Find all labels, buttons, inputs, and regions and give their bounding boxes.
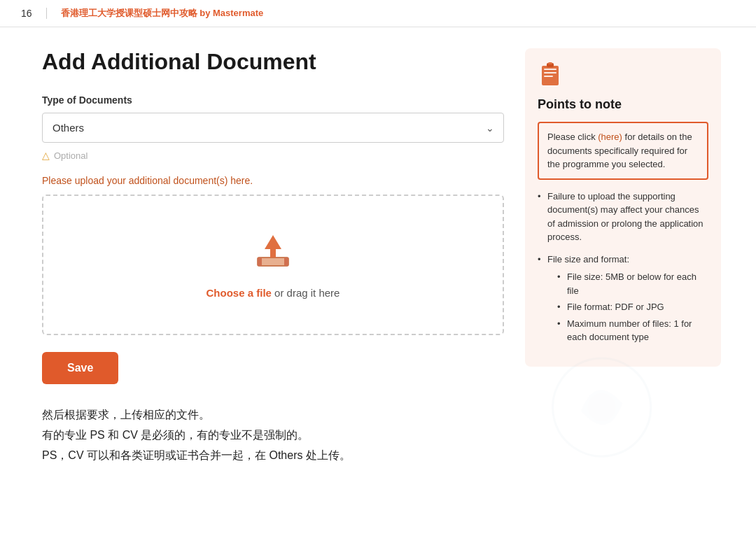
document-type-select-wrapper[interactable]: Others ⌄ (42, 113, 504, 143)
upload-icon (252, 231, 294, 276)
note-item-highlighted: Please click (here) for details on the d… (538, 122, 708, 180)
note-text-before: Please click (547, 132, 598, 142)
notes-panel: Points to note Please click (here) for d… (525, 48, 721, 367)
page-number: 16 (21, 8, 47, 19)
svg-rect-9 (548, 62, 552, 64)
note-item-2: Failure to upload the supporting documen… (538, 190, 708, 244)
svg-rect-6 (544, 72, 556, 73)
warning-icon: △ (42, 150, 50, 161)
choose-file-link[interactable]: Choose a file (206, 287, 272, 299)
note-sub-item-2: File format: PDF or JPG (557, 300, 708, 314)
optional-label: △ Optional (42, 150, 504, 161)
svg-rect-1 (258, 258, 262, 266)
note-sub-list: File size: 5MB or below for each file Fi… (547, 270, 708, 344)
note-item-3: File size and format: File size: 5MB or … (538, 253, 708, 344)
upload-text: Choose a file or drag it here (206, 287, 340, 299)
header: 16 香港理工大学授课型硕士网中攻略 by Mastermate (0, 0, 756, 27)
save-button[interactable]: Save (42, 352, 118, 384)
svg-marker-3 (265, 235, 281, 258)
svg-rect-2 (284, 258, 288, 266)
right-column: Points to note Please click (here) for d… (525, 48, 721, 384)
type-of-documents-label: Type of Documents (42, 94, 504, 106)
upload-prompt: Please upload your additional document(s… (42, 175, 504, 186)
note-sub-item-3: Maximum number of files: 1 for each docu… (557, 317, 708, 344)
notes-icon-wrap (538, 62, 708, 90)
header-title-prefix: 香港理工大学授课型硕士网中攻略 (61, 8, 197, 18)
svg-rect-5 (544, 69, 556, 70)
document-type-select[interactable]: Others (42, 113, 504, 143)
note-sub-item-1: File size: 5MB or below for each file (557, 270, 708, 297)
here-link[interactable]: (here) (598, 132, 622, 142)
watermark (537, 342, 667, 474)
header-brand: by Mastermate (197, 8, 264, 18)
clipboard-icon (538, 62, 563, 87)
page-wrapper: 16 香港理工大学授课型硕士网中攻略 by Mastermate Add Add… (0, 0, 756, 550)
svg-rect-7 (544, 76, 553, 77)
upload-dropzone[interactable]: Choose a file or drag it here (42, 195, 504, 335)
page-title: Add Additional Document (42, 48, 504, 75)
svg-rect-0 (258, 258, 288, 266)
notes-panel-title: Points to note (538, 97, 708, 112)
left-column: Add Additional Document Type of Document… (42, 48, 504, 384)
header-title: 香港理工大学授课型硕士网中攻略 by Mastermate (61, 7, 264, 20)
